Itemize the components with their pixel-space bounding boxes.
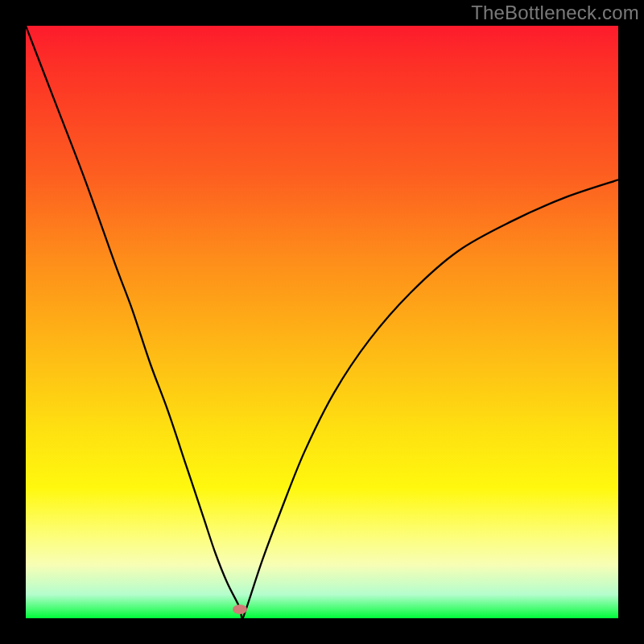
chart-container: TheBottleneck.com — [0, 0, 644, 644]
curve-svg — [26, 26, 618, 618]
plot-area — [26, 26, 618, 618]
bottleneck-curve-path — [26, 26, 618, 618]
watermark-text: TheBottleneck.com — [471, 2, 639, 24]
